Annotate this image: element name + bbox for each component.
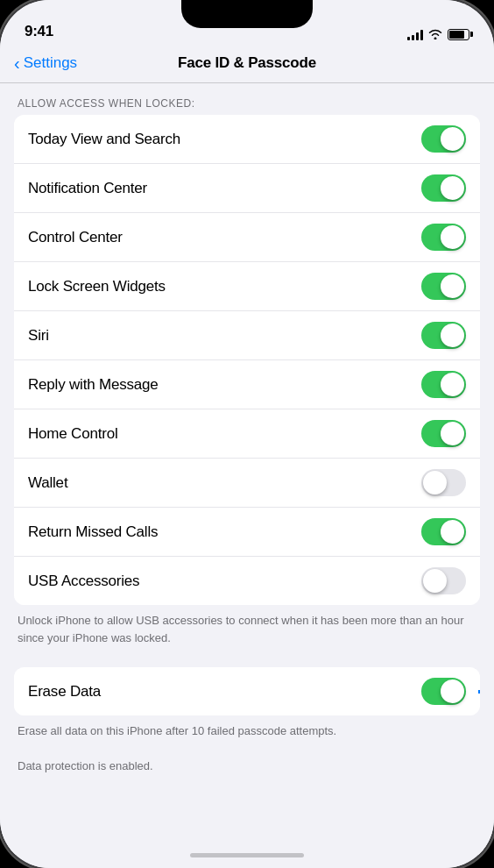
toggle-reply-with-message[interactable] [421, 371, 466, 398]
back-label: Settings [24, 54, 77, 72]
settings-group-erase: Erase Data [14, 667, 480, 715]
toggle-return-missed-calls[interactable] [421, 518, 466, 545]
toggle-knob-erase-data [441, 679, 464, 703]
row-siri: Siri [14, 311, 480, 360]
arrow-line [478, 690, 480, 694]
toggle-usb-accessories[interactable] [421, 567, 466, 594]
toggle-siri[interactable] [421, 322, 466, 349]
row-label-lock-screen-widgets: Lock Screen Widgets [28, 278, 166, 295]
toggle-lock-screen-widgets[interactable] [421, 273, 466, 300]
phone-screen: 9:41 ‹ [0, 0, 494, 868]
row-return-missed-calls: Return Missed Calls [14, 508, 480, 557]
row-erase-data: Erase Data [14, 667, 480, 715]
row-home-control: Home Control [14, 409, 480, 459]
row-label-siri: Siri [28, 327, 49, 345]
settings-group-access: Today View and Search Notification Cente… [14, 115, 480, 605]
row-label-home-control: Home Control [28, 425, 117, 443]
row-control-center: Control Center [14, 213, 480, 262]
toggle-knob-siri [441, 324, 464, 347]
battery-icon [448, 29, 469, 40]
toggle-knob-notification-center [441, 176, 464, 200]
row-reply-with-message: Reply with Message [14, 360, 480, 409]
back-button[interactable]: ‹ Settings [14, 54, 77, 72]
toggle-knob-control-center [441, 225, 464, 249]
erase-row-wrapper: Erase Data [14, 667, 480, 715]
home-indicator [190, 853, 304, 857]
page-title: Face ID & Passcode [178, 54, 316, 72]
toggle-knob-reply-with-message [441, 373, 464, 396]
status-bar: 9:41 [0, 0, 494, 47]
erase-footnote-2: Data protection is enabled. [0, 754, 494, 789]
navigation-bar: ‹ Settings Face ID & Passcode [0, 47, 494, 83]
toggle-wallet[interactable] [421, 469, 466, 496]
erase-footnote-1: Erase all data on this iPhone after 10 f… [0, 715, 494, 754]
toggle-knob-usb-accessories [423, 569, 447, 593]
toggle-erase-data[interactable] [421, 678, 466, 705]
row-label-erase-data: Erase Data [28, 683, 101, 701]
bottom-spacer [0, 788, 494, 823]
row-label-reply-with-message: Reply with Message [28, 376, 159, 394]
toggle-control-center[interactable] [421, 224, 466, 251]
row-label-control-center: Control Center [28, 229, 123, 246]
content-area: ALLOW ACCESS WHEN LOCKED: Today View and… [0, 83, 494, 855]
usb-footnote: Unlock iPhone to allow USB accessories t… [0, 605, 494, 660]
arrow-annotation [478, 683, 480, 701]
status-icons [407, 28, 469, 40]
status-time: 9:41 [25, 23, 53, 40]
wifi-icon [428, 29, 442, 39]
phone-frame: 9:41 ‹ [0, 0, 494, 868]
row-usb-accessories: USB Accessories [14, 557, 480, 605]
toggle-today-view[interactable] [421, 125, 466, 153]
erase-toggle-area [421, 678, 466, 705]
toggle-knob-return-missed-calls [441, 520, 464, 544]
row-label-notification-center: Notification Center [28, 180, 147, 197]
row-label-return-missed-calls: Return Missed Calls [28, 523, 158, 541]
row-label-today-view: Today View and Search [28, 131, 180, 148]
row-wallet: Wallet [14, 459, 480, 508]
notch [181, 0, 313, 28]
toggle-knob-home-control [441, 422, 464, 445]
row-lock-screen-widgets: Lock Screen Widgets [14, 262, 480, 311]
toggle-notification-center[interactable] [421, 174, 466, 202]
bottom-area [0, 833, 494, 868]
erase-section: Erase Data [0, 667, 494, 788]
toggle-home-control[interactable] [421, 420, 466, 447]
signal-icon [407, 28, 423, 40]
toggle-knob-lock-screen-widgets [441, 274, 464, 298]
row-today-view: Today View and Search [14, 115, 480, 164]
toggle-knob-today-view [441, 127, 464, 151]
row-label-wallet: Wallet [28, 474, 67, 492]
toggle-knob-wallet [423, 471, 447, 494]
back-chevron-icon: ‹ [14, 54, 20, 72]
section-label: ALLOW ACCESS WHEN LOCKED: [0, 83, 494, 115]
row-notification-center: Notification Center [14, 164, 480, 213]
row-label-usb-accessories: USB Accessories [28, 573, 139, 590]
